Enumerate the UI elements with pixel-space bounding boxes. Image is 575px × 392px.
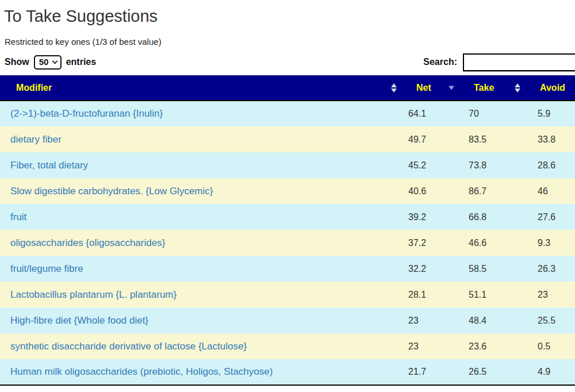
page-length-select-wrap: 50 (34, 55, 62, 70)
sort-both-icon (391, 83, 397, 93)
modifier-link[interactable]: fruit (10, 212, 26, 222)
column-label: Take (474, 83, 494, 93)
modifier-cell: Slow digestible carbohydrates. {Low Glyc… (0, 178, 402, 204)
sort-desc-icon (448, 86, 454, 90)
modifier-link[interactable]: oligosaccharides {oligosaccharides} (10, 237, 165, 248)
net-value: 45.2 (402, 152, 460, 178)
column-header-take[interactable]: Take (460, 75, 526, 101)
avoid-value: 5.9 (526, 101, 575, 126)
modifier-cell: fruit (0, 204, 402, 230)
net-value: 21.7 (402, 359, 460, 385)
column-label: Avoid (540, 83, 565, 93)
avoid-value: 27.6 (526, 204, 575, 230)
take-value: 51.1 (460, 282, 526, 308)
avoid-value: 23 (526, 282, 575, 308)
take-value: 26.5 (460, 359, 526, 385)
modifier-link[interactable]: Human milk oligosaccharides (prebiotic, … (10, 366, 273, 377)
modifier-link[interactable]: High-fibre diet {Whole food diet} (10, 315, 148, 326)
avoid-value: 25.5 (526, 308, 575, 333)
table-controls: Show 50 entries Search: (0, 53, 575, 71)
avoid-value: 28.6 (526, 152, 575, 178)
table-row: fruit39.266.827.6 (0, 204, 575, 230)
take-value: 73.8 (460, 152, 526, 178)
show-label: Show (5, 57, 29, 67)
entries-label: entries (66, 57, 96, 67)
net-value: 23 (402, 333, 460, 359)
table-row: Lactobacillus plantarum {L. plantarum}28… (0, 282, 575, 308)
avoid-value: 46 (526, 178, 575, 204)
net-value: 40.6 (402, 178, 460, 204)
net-value: 23 (402, 308, 460, 333)
take-value: 83.5 (460, 126, 526, 152)
table-row: Human milk oligosaccharides (prebiotic, … (0, 359, 575, 385)
modifier-link[interactable]: dietary fiber (10, 134, 62, 145)
table-row: dietary fiber49.783.533.8 (0, 126, 575, 152)
column-label: Modifier (16, 83, 52, 93)
take-value: 46.6 (460, 230, 526, 256)
page-subtitle: Restricted to key ones (1/3 of best valu… (5, 37, 575, 47)
avoid-value: 4.9 (526, 359, 575, 385)
table-row: Slow digestible carbohydrates. {Low Glyc… (0, 178, 575, 204)
take-value: 86.7 (460, 178, 526, 204)
search-input[interactable] (463, 53, 575, 71)
modifier-cell: Human milk oligosaccharides (prebiotic, … (0, 359, 402, 385)
modifier-link[interactable]: fruit/legume fibre (10, 263, 83, 274)
page: To Take Suggestions Restricted to key on… (0, 0, 575, 392)
net-value: 49.7 (402, 126, 460, 152)
avoid-value: 0.5 (526, 333, 575, 359)
modifier-cell: dietary fiber (0, 126, 402, 152)
take-value: 58.5 (460, 256, 526, 282)
net-value: 37.2 (402, 230, 460, 256)
modifier-cell: synthetic disaccharide derivative of lac… (0, 333, 402, 359)
page-title: To Take Suggestions (4, 7, 575, 26)
modifier-cell: (2->1)-beta-D-fructofuranan {Inulin} (0, 101, 402, 126)
modifier-link[interactable]: Fiber, total dietary (10, 160, 88, 171)
column-label: Net (416, 83, 431, 93)
modifier-link[interactable]: (2->1)-beta-D-fructofuranan {Inulin} (10, 108, 163, 119)
modifier-cell: Fiber, total dietary (0, 152, 402, 178)
modifier-cell: Lactobacillus plantarum {L. plantarum} (0, 282, 402, 308)
modifier-cell: fruit/legume fibre (0, 256, 402, 282)
column-header-net[interactable]: Net (402, 75, 460, 101)
modifier-link[interactable]: synthetic disaccharide derivative of lac… (10, 341, 247, 352)
modifier-cell: oligosaccharides {oligosaccharides} (0, 230, 402, 256)
page-length-select[interactable]: 50 (34, 55, 62, 70)
table-row: High-fibre diet {Whole food diet}2348.42… (0, 308, 575, 333)
net-value: 64.1 (402, 101, 460, 126)
table-header: Modifier Net Take Avoid (0, 75, 575, 101)
table-row: Fiber, total dietary45.273.828.6 (0, 152, 575, 178)
column-header-modifier[interactable]: Modifier (0, 75, 402, 101)
table-row: fruit/legume fibre32.258.526.3 (0, 256, 575, 282)
data-table: Modifier Net Take Avoid (2->1)-beta-D-fr… (0, 75, 575, 386)
net-value: 32.2 (402, 256, 460, 282)
net-value: 39.2 (402, 204, 460, 230)
table-body: (2->1)-beta-D-fructofuranan {Inulin}64.1… (0, 101, 575, 385)
net-value: 28.1 (402, 282, 460, 308)
search-control: Search: (423, 53, 575, 71)
modifier-link[interactable]: Slow digestible carbohydrates. {Low Glyc… (10, 186, 213, 197)
take-value: 66.8 (460, 204, 526, 230)
search-label: Search: (423, 57, 457, 67)
table-row: oligosaccharides {oligosaccharides}37.24… (0, 230, 575, 256)
table-row: synthetic disaccharide derivative of lac… (0, 333, 575, 359)
avoid-value: 9.3 (526, 230, 575, 256)
modifier-link[interactable]: Lactobacillus plantarum {L. plantarum} (10, 289, 177, 300)
modifier-cell: High-fibre diet {Whole food diet} (0, 308, 402, 333)
length-control: Show 50 entries (5, 55, 96, 70)
avoid-value: 26.3 (526, 256, 575, 282)
take-value: 70 (460, 101, 526, 126)
take-value: 48.4 (460, 308, 526, 333)
column-header-avoid[interactable]: Avoid (526, 75, 575, 101)
take-value: 23.6 (460, 333, 526, 359)
sort-both-icon (515, 83, 520, 93)
table-row: (2->1)-beta-D-fructofuranan {Inulin}64.1… (0, 101, 575, 126)
avoid-value: 33.8 (526, 126, 575, 152)
